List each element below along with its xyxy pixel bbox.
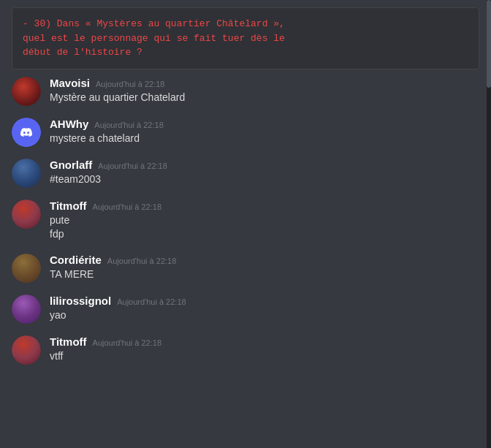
msg-gnorlaff-header: GnorlaffAujourd'hui à 22:18 [50,159,479,171]
msg-gnorlaff-content: GnorlaffAujourd'hui à 22:18#team2003 [50,159,479,187]
msg-titmoff-1-header: TitmoffAujourd'hui à 22:18 [50,200,479,212]
avatar-mavoisi [12,77,41,106]
msg-titmoff-1: TitmoffAujourd'hui à 22:18putefdp [12,200,479,242]
msg-cordierite-content: CordiériteAujourd'hui à 22:18TA MERE [50,254,479,282]
chat-container: - 30) Dans « Mystères au quartier Châtel… [0,0,491,448]
msg-cordierite-line-0: TA MERE [50,267,479,282]
msg-lilirossignol-timestamp: Aujourd'hui à 22:18 [117,297,186,306]
msg-ahwhy-header: AHWhyAujourd'hui à 22:18 [50,118,479,130]
msg-gnorlaff-username: Gnorlaff [50,159,92,171]
msg-lilirossignol-header: lilirossignolAujourd'hui à 22:18 [50,295,479,307]
msg-mavoisi-content: MavoisiAujourd'hui à 22:18Mystère au qua… [50,77,479,105]
msg-titmoff-1-content: TitmoffAujourd'hui à 22:18putefdp [50,200,479,242]
avatar-cordierite [12,254,41,283]
msg-titmoff-2-username: Titmoff [50,335,87,348]
msg-titmoff-2-header: TitmoffAujourd'hui à 22:18 [50,335,479,348]
msg-cordierite-timestamp: Aujourd'hui à 22:18 [107,257,176,265]
msg-ahwhy: AHWhyAujourd'hui à 22:18mystere a chatel… [12,118,479,147]
msg-lilirossignol: lilirossignolAujourd'hui à 22:18yao [12,295,479,324]
quiz-box: - 30) Dans « Mystères au quartier Châtel… [12,7,479,69]
msg-titmoff-2-line-0: vtff [50,349,479,364]
scrollbar[interactable] [487,0,491,448]
msg-mavoisi-timestamp: Aujourd'hui à 22:18 [96,80,164,88]
messages-list[interactable]: MavoisiAujourd'hui à 22:18Mystère au qua… [0,77,491,449]
scrollbar-thumb[interactable] [487,0,491,88]
msg-titmoff-2-content: TitmoffAujourd'hui à 22:18vtff [50,335,479,364]
msg-mavoisi-line-0: Mystère au quartier Chatelard [50,91,479,105]
msg-ahwhy-username: AHWhy [50,118,88,130]
msg-gnorlaff-timestamp: Aujourd'hui à 22:18 [98,162,167,170]
msg-lilirossignol-line-0: yao [50,308,479,323]
avatar-titmoff [12,200,41,229]
quiz-text: - 30) Dans « Mystères au quartier Châtel… [23,17,468,60]
avatar-gnorlaff [12,159,41,188]
msg-titmoff-2-timestamp: Aujourd'hui à 22:18 [93,338,161,347]
msg-ahwhy-content: AHWhyAujourd'hui à 22:18mystere a chatel… [50,118,479,146]
avatar-lilirossignol [12,295,41,324]
msg-titmoff-1-timestamp: Aujourd'hui à 22:18 [93,202,161,211]
msg-mavoisi-username: Mavoisi [50,77,90,89]
msg-gnorlaff: GnorlaffAujourd'hui à 22:18#team2003 [12,159,479,188]
msg-titmoff-2: TitmoffAujourd'hui à 22:18vtff [12,335,479,365]
msg-gnorlaff-line-0: #team2003 [50,172,479,187]
msg-lilirossignol-username: lilirossignol [50,295,111,307]
msg-ahwhy-timestamp: Aujourd'hui à 22:18 [94,121,163,129]
msg-cordierite-username: Cordiérite [50,254,102,266]
msg-ahwhy-line-0: mystere a chatelard [50,132,479,146]
msg-titmoff-1-username: Titmoff [50,200,87,212]
msg-cordierite: CordiériteAujourd'hui à 22:18TA MERE [12,254,479,283]
msg-mavoisi-header: MavoisiAujourd'hui à 22:18 [50,77,479,89]
avatar-ahwhy [12,118,41,147]
avatar-titmoff [12,335,41,365]
msg-cordierite-header: CordiériteAujourd'hui à 22:18 [50,254,479,266]
msg-titmoff-1-line-1: fdp [50,227,479,242]
msg-mavoisi: MavoisiAujourd'hui à 22:18Mystère au qua… [12,77,479,106]
msg-titmoff-1-line-0: pute [50,213,479,228]
msg-lilirossignol-content: lilirossignolAujourd'hui à 22:18yao [50,295,479,323]
